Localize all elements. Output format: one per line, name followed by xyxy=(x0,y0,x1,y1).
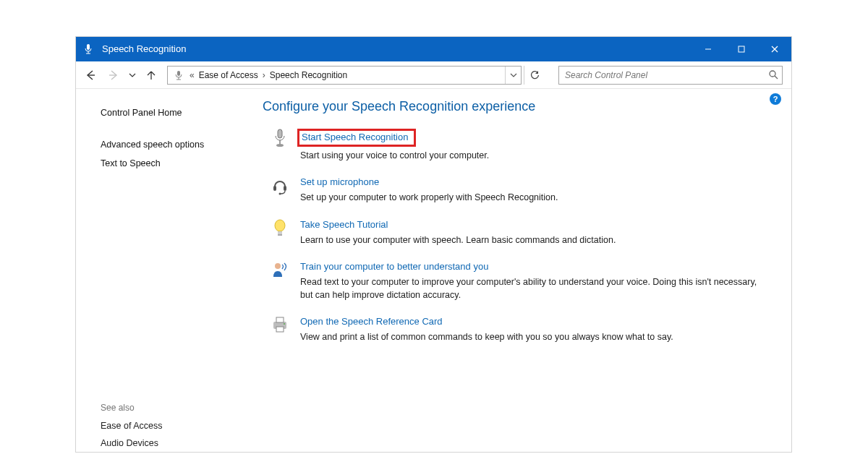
printer-icon xyxy=(270,316,290,338)
svg-rect-26 xyxy=(276,327,284,332)
svg-rect-17 xyxy=(273,186,276,191)
svg-point-27 xyxy=(284,323,285,325)
breadcrumb-prefix: « xyxy=(185,70,199,80)
minimize-button[interactable] xyxy=(692,37,725,61)
see-also-audio-devices[interactable]: Audio Devices xyxy=(101,434,263,452)
svg-rect-9 xyxy=(177,71,180,76)
history-dropdown[interactable] xyxy=(127,64,138,86)
microphone-icon xyxy=(172,70,185,80)
microphone-icon xyxy=(76,43,101,55)
task-description: Set up your computer to work properly wi… xyxy=(300,189,763,205)
svg-point-23 xyxy=(275,263,281,269)
task-train-computer: Train your computer to better understand… xyxy=(263,257,777,312)
control-panel-window: Speech Recognition xyxy=(75,36,792,453)
help-icon[interactable]: ? xyxy=(770,93,781,105)
task-description: View and print a list of common commands… xyxy=(300,328,763,344)
microphone-icon xyxy=(270,129,290,150)
svg-rect-21 xyxy=(278,231,282,234)
see-also-section: See also Ease of Access Audio Devices xyxy=(101,403,263,452)
titlebar: Speech Recognition xyxy=(76,37,791,61)
person-speaking-icon xyxy=(270,261,290,283)
set-up-microphone-link[interactable]: Set up microphone xyxy=(300,176,379,189)
forward-button[interactable] xyxy=(103,64,124,86)
search-input[interactable] xyxy=(558,66,783,85)
open-reference-card-link[interactable]: Open the Speech Reference Card xyxy=(300,316,443,328)
svg-point-20 xyxy=(275,220,285,231)
advanced-speech-options-link[interactable]: Advanced speech options xyxy=(101,135,263,154)
start-speech-recognition-link[interactable]: Start Speech Recognition xyxy=(297,129,416,147)
close-button[interactable] xyxy=(758,37,791,61)
address-dropdown-icon[interactable] xyxy=(505,67,521,84)
svg-rect-18 xyxy=(284,186,286,191)
see-also-ease-of-access[interactable]: Ease of Access xyxy=(101,417,263,434)
breadcrumb-item[interactable]: Ease of Access xyxy=(199,70,258,80)
task-reference-card: Open the Speech Reference Card View and … xyxy=(263,312,777,354)
window-title: Speech Recognition xyxy=(101,37,186,61)
svg-point-12 xyxy=(770,71,775,77)
svg-line-13 xyxy=(775,76,778,79)
back-button[interactable] xyxy=(80,64,101,86)
svg-rect-4 xyxy=(739,46,744,52)
maximize-button[interactable] xyxy=(725,37,758,61)
breadcrumb-sep: › xyxy=(258,70,270,80)
text-to-speech-link[interactable]: Text to Speech xyxy=(101,154,263,173)
main-panel: Configure your Speech Recognition experi… xyxy=(263,95,791,452)
task-description: Learn to use your computer with speech. … xyxy=(300,231,763,247)
search-icon[interactable] xyxy=(768,69,778,82)
headset-icon xyxy=(270,176,290,198)
svg-rect-25 xyxy=(276,317,284,322)
task-set-up-microphone: Set up microphone Set up your computer t… xyxy=(263,172,777,214)
breadcrumb-item[interactable]: Speech Recognition xyxy=(270,70,347,80)
task-description: Start using your voice to control your c… xyxy=(300,147,763,163)
svg-point-16 xyxy=(276,144,284,147)
address-bar[interactable]: « Ease of Access › Speech Recognition xyxy=(167,66,522,85)
svg-rect-22 xyxy=(278,234,282,236)
svg-rect-0 xyxy=(87,44,90,50)
toolbar: « Ease of Access › Speech Recognition xyxy=(76,61,791,89)
task-start-speech-recognition: Start Speech Recognition Start using you… xyxy=(263,124,777,172)
control-panel-home-link[interactable]: Control Panel Home xyxy=(101,103,263,122)
svg-rect-14 xyxy=(278,129,282,138)
content-area: ? Control Panel Home Advanced speech opt… xyxy=(76,89,791,452)
train-computer-link[interactable]: Train your computer to better understand… xyxy=(300,261,488,273)
up-button[interactable] xyxy=(141,64,161,86)
task-description: Read text to your computer to improve yo… xyxy=(300,273,763,301)
svg-point-19 xyxy=(279,193,281,195)
main-heading: Configure your Speech Recognition experi… xyxy=(263,99,777,124)
lightbulb-icon xyxy=(270,219,290,241)
window-controls xyxy=(692,37,791,61)
take-speech-tutorial-link[interactable]: Take Speech Tutorial xyxy=(300,219,388,231)
see-also-heading: See also xyxy=(101,403,263,417)
left-nav: Control Panel Home Advanced speech optio… xyxy=(76,95,263,452)
search-container xyxy=(558,66,783,85)
refresh-button[interactable] xyxy=(524,66,544,85)
task-speech-tutorial: Take Speech Tutorial Learn to use your c… xyxy=(263,215,777,257)
